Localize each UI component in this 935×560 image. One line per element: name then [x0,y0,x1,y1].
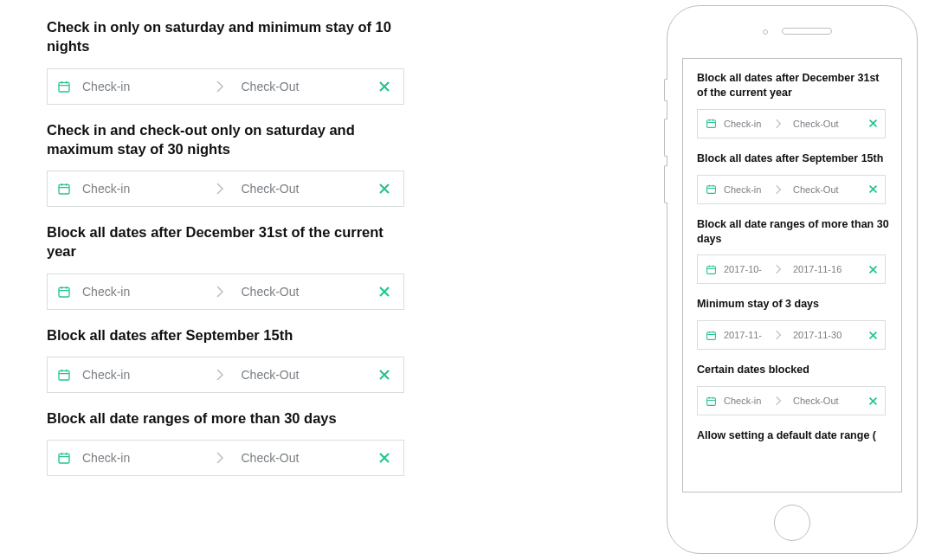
calendar-icon [48,182,81,196]
checkin-field[interactable]: Check-in [81,368,207,382]
clear-button[interactable] [861,331,885,340]
chevron-right-icon [207,183,233,195]
clear-button[interactable] [365,286,403,298]
checkin-field[interactable]: Check-in [81,285,207,299]
checkin-field[interactable]: Check-in [724,119,769,129]
date-range-input[interactable]: Check-in Check-Out [47,274,404,310]
checkin-field[interactable]: Check-in [724,184,769,195]
example-title: Allow setting a default date range ( [697,428,889,443]
clear-button[interactable] [861,184,885,194]
chevron-right-icon [207,80,233,93]
phone-screen[interactable]: Block all dates after December 31st of t… [682,58,902,492]
example-title: Block all date ranges of more than 30 da… [47,409,402,428]
calendar-icon [698,118,724,129]
example-item: Block all dates after September 15th Che… [697,151,889,204]
example-title: Block all dates after September 15th [47,325,402,344]
checkout-field[interactable]: 2017-11-16 [788,264,861,274]
chevron-right-icon [769,396,788,406]
checkin-field[interactable]: Check-in [81,451,207,465]
example-item: Minimum stay of 3 days 2017-11- 2017-11-… [697,297,889,350]
clear-button[interactable] [365,80,403,93]
clear-button[interactable] [861,119,885,128]
checkout-field[interactable]: Check-Out [788,119,861,129]
calendar-icon [48,285,81,299]
checkout-field[interactable]: Check-Out [233,451,366,465]
date-range-input[interactable]: Check-in Check-Out [47,68,404,105]
phone-speaker [782,28,832,35]
svg-rect-9 [706,397,715,405]
checkout-field[interactable]: Check-Out [788,184,861,195]
example-item: Certain dates blocked Check-in Check-Out [697,363,889,415]
calendar-icon [698,264,724,275]
phone-frame: Block all dates after December 31st of t… [667,5,918,554]
clear-button[interactable] [861,265,885,274]
chevron-right-icon [769,119,788,129]
example-item: Block all date ranges of more than 30 da… [697,217,889,285]
examples-list: Check in only on saturday and minimum st… [0,0,450,560]
calendar-icon [48,368,81,382]
example-title: Certain dates blocked [697,363,889,377]
checkout-field[interactable]: Check-Out [788,396,861,406]
chevron-right-icon [207,286,233,298]
date-range-input[interactable]: 2017-10- 2017-11-16 [697,254,886,284]
checkin-field[interactable]: 2017-11- [724,330,769,340]
clear-button[interactable] [861,396,885,406]
chevron-right-icon [207,452,233,464]
chevron-right-icon [769,184,788,195]
checkin-field[interactable]: Check-in [81,182,207,196]
calendar-icon [698,330,724,341]
example-item: Block all dates after September 15th Che… [47,325,450,393]
example-title: Block all dates after December 31st of t… [47,222,402,261]
svg-rect-5 [706,120,715,128]
svg-rect-3 [59,370,69,380]
checkout-field[interactable]: 2017-11-30 [788,330,861,340]
calendar-icon [48,451,81,465]
example-item: Block all dates after December 31st of t… [697,71,889,138]
date-range-input[interactable]: Check-in Check-Out [697,109,886,138]
chevron-right-icon [769,330,788,340]
date-range-input[interactable]: 2017-11- 2017-11-30 [697,320,886,350]
checkout-field[interactable]: Check-Out [233,80,366,93]
svg-rect-4 [59,454,69,463]
svg-rect-7 [706,267,715,274]
date-range-input[interactable]: Check-in Check-Out [47,357,404,393]
phone-camera [763,29,768,35]
date-range-input[interactable]: Check-in Check-Out [697,175,886,204]
clear-button[interactable] [365,369,403,381]
example-item: Check in and check-out only on saturday … [47,120,450,208]
phone-side-button [664,79,667,101]
example-item: Allow setting a default date range ( [697,428,889,443]
example-item: Block all date ranges of more than 30 da… [47,409,450,476]
phone-side-button [664,165,667,203]
device-preview: Block all dates after December 31st of t… [667,5,918,554]
checkout-field[interactable]: Check-Out [233,368,366,382]
example-title: Block all date ranges of more than 30 da… [697,217,889,247]
svg-rect-0 [59,82,69,92]
example-title: Check in only on saturday and minimum st… [47,17,402,56]
date-range-input[interactable]: Check-in Check-Out [47,440,404,476]
phone-side-button [664,119,667,157]
checkin-field[interactable]: 2017-10- [724,264,769,274]
calendar-icon [698,183,724,195]
chevron-right-icon [207,369,233,381]
example-title: Check in and check-out only on saturday … [47,120,402,159]
example-title: Minimum stay of 3 days [697,297,889,312]
checkout-field[interactable]: Check-Out [233,285,366,299]
svg-rect-6 [706,186,715,194]
calendar-icon [698,396,724,407]
date-range-input[interactable]: Check-in Check-Out [697,386,886,415]
clear-button[interactable] [365,452,403,464]
checkout-field[interactable]: Check-Out [233,182,366,196]
chevron-right-icon [769,264,788,274]
phone-home-button [774,505,810,541]
example-title: Block all dates after December 31st of t… [697,71,889,100]
svg-rect-2 [59,287,69,297]
svg-rect-1 [59,184,69,194]
checkin-field[interactable]: Check-in [81,80,207,93]
date-range-input[interactable]: Check-in Check-Out [47,171,404,207]
svg-rect-8 [706,331,715,339]
checkin-field[interactable]: Check-in [724,396,769,406]
calendar-icon [48,80,81,93]
example-item: Block all dates after December 31st of t… [47,222,450,310]
clear-button[interactable] [365,183,403,195]
